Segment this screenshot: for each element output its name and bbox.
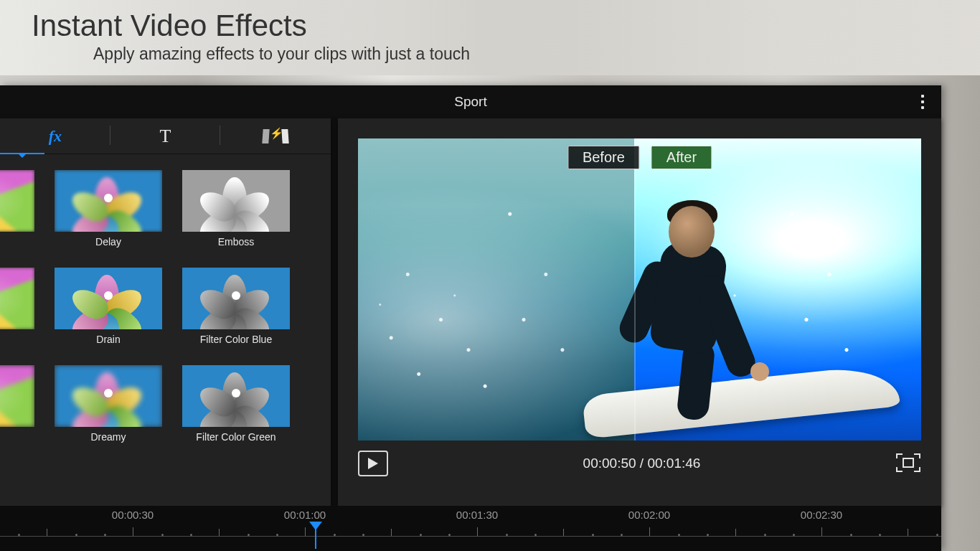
video-editor-app: Sport fx T <box>0 85 941 551</box>
fx-icon: fx <box>49 127 62 146</box>
current-time: 00:00:50 <box>583 456 636 471</box>
timeline-tick-dot <box>621 534 623 536</box>
time-separator: / <box>636 456 648 471</box>
kebab-dot-icon <box>921 95 924 98</box>
effect-item[interactable]: n <box>0 365 34 443</box>
timecode-display: 00:00:50 / 00:01:46 <box>583 456 701 471</box>
timeline-tick-major <box>477 527 478 536</box>
svg-marker-0 <box>368 458 378 469</box>
text-icon: T <box>160 126 171 147</box>
timeline-label: 00:01:30 <box>456 509 498 521</box>
effects-tabbar: fx T <box>0 118 331 154</box>
effect-thumb <box>182 170 290 232</box>
app-header: Sport <box>0 85 941 118</box>
after-badge: After <box>651 146 712 169</box>
preview-panel: Before After 00:00:50 / 00:01:46 <box>338 118 941 506</box>
effect-thumb <box>182 365 290 427</box>
timeline-tick-dot <box>879 534 881 536</box>
timeline-tick-minor <box>563 529 564 536</box>
timeline-tick-dot <box>592 534 594 536</box>
play-button[interactable] <box>358 451 388 476</box>
timeline-tick-dot <box>793 534 795 536</box>
timeline-tick-dot <box>276 534 278 536</box>
timeline-tick-minor <box>219 529 220 536</box>
effect-item-delay[interactable]: Delay <box>55 170 162 248</box>
timeline-tick-major <box>133 527 133 536</box>
banner-subtitle: Apply amazing effects to your clips with… <box>32 44 948 64</box>
effect-item[interactable]: s <box>0 170 34 248</box>
timeline-tick-minor <box>735 529 736 536</box>
total-time: 00:01:46 <box>647 456 700 471</box>
effect-thumb <box>55 365 162 427</box>
effect-label: s <box>0 236 34 248</box>
effect-item-dreamy[interactable]: Dreamy <box>55 365 162 443</box>
timeline-tick-dot <box>707 534 709 536</box>
timeline-tick-dot <box>190 534 192 536</box>
timeline-tick-minor <box>391 529 392 536</box>
kebab-dot-icon <box>921 100 924 103</box>
timeline-tick-major <box>821 527 822 536</box>
timeline-tick-dot <box>420 534 422 536</box>
play-icon <box>367 457 379 470</box>
playhead[interactable] <box>310 522 321 545</box>
tab-effects[interactable]: fx <box>0 118 110 154</box>
timeline-tick-minor <box>908 529 908 536</box>
svg-rect-1 <box>903 458 913 467</box>
effects-row: ooting Drain <box>0 268 331 345</box>
timeline-tick-major <box>305 527 306 536</box>
timeline-label: 00:00:30 <box>112 509 154 521</box>
timeline-tick-dot <box>764 534 766 536</box>
timeline-tick-dot <box>534 534 537 536</box>
active-tab-indicator <box>0 153 44 154</box>
timeline-label: 00:02:30 <box>801 509 842 521</box>
more-menu-button[interactable] <box>914 85 931 118</box>
effect-item[interactable]: ooting <box>0 268 34 345</box>
effects-row: s Delay Emboss <box>0 170 331 248</box>
transitions-icon <box>263 129 288 143</box>
timeline[interactable]: 00:00:3000:01:0000:01:3000:02:0000:02:30 <box>0 506 941 551</box>
timeline-ruler[interactable]: 00:00:3000:01:0000:01:3000:02:0000:02:30 <box>0 524 941 542</box>
kebab-dot-icon <box>921 106 924 109</box>
effect-label: ooting <box>0 334 34 345</box>
before-badge: Before <box>567 146 640 169</box>
timeline-tick-major <box>649 527 650 536</box>
video-preview[interactable]: Before After <box>358 138 921 441</box>
effect-thumb <box>55 268 162 329</box>
timeline-tick-dot <box>334 534 336 536</box>
timeline-tick-dot <box>936 534 938 536</box>
tab-text[interactable]: T <box>110 118 221 154</box>
effect-label: Delay <box>55 236 162 248</box>
effect-item-emboss[interactable]: Emboss <box>182 170 290 248</box>
timeline-tick-dot <box>18 534 20 536</box>
timeline-tick-dot <box>678 534 680 536</box>
effects-panel: fx T s <box>0 118 331 506</box>
effect-item-drain[interactable]: Drain <box>55 268 162 345</box>
effect-thumb <box>0 365 34 427</box>
project-title: Sport <box>454 94 486 110</box>
timeline-tick-dot <box>362 534 364 536</box>
effect-label: Emboss <box>182 236 290 248</box>
effect-item-filter-color-blue[interactable]: Filter Color Blue <box>182 268 290 345</box>
fullscreen-icon <box>895 453 921 473</box>
timeline-tick-dot <box>161 534 164 536</box>
effect-label: Filter Color Blue <box>182 334 290 345</box>
timeline-tick-dot <box>506 534 508 536</box>
effect-item-filter-color-green[interactable]: Filter Color Green <box>182 365 290 443</box>
fullscreen-button[interactable] <box>895 453 921 474</box>
before-after-badges: Before After <box>567 146 712 169</box>
effect-label: n <box>0 431 34 443</box>
timeline-label: 00:02:00 <box>628 509 670 521</box>
preview-controls: 00:00:50 / 00:01:46 <box>358 451 921 476</box>
effect-thumb <box>0 268 34 329</box>
before-after-divider[interactable] <box>634 138 636 441</box>
effect-label: Dreamy <box>55 431 162 443</box>
effect-thumb <box>182 268 290 329</box>
timeline-tick-dot <box>75 534 77 536</box>
timeline-tick-minor <box>47 529 47 536</box>
promo-banner: Instant Video Effects Apply amazing effe… <box>0 0 980 75</box>
timeline-tick-dot <box>448 534 451 536</box>
effect-label: Filter Color Green <box>182 431 290 443</box>
timeline-tick-dot <box>104 534 106 536</box>
tab-transitions[interactable] <box>220 118 331 154</box>
effects-grid[interactable]: s Delay Emboss <box>0 154 331 443</box>
